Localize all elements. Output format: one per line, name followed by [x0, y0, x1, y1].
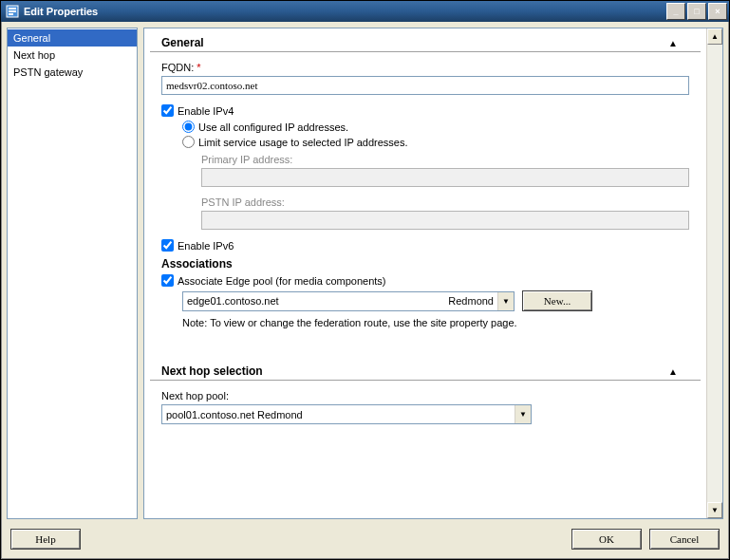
edit-properties-window: Edit Properties _ □ × General Next hop P… — [0, 0, 730, 560]
vertical-scrollbar[interactable]: ▲ ▼ — [706, 28, 722, 518]
enable-ipv6-checkbox[interactable] — [161, 239, 174, 252]
collapse-icon: ▲ — [668, 366, 678, 377]
enable-ipv4-checkbox[interactable] — [161, 104, 174, 117]
window-title: Edit Properties — [24, 6, 666, 17]
collapse-icon: ▲ — [668, 38, 678, 48]
svg-rect-1 — [9, 8, 16, 9]
titlebar: Edit Properties _ □ × — [1, 1, 729, 22]
nav-sidebar: General Next hop PSTN gateway — [7, 28, 138, 519]
svg-rect-2 — [9, 10, 16, 12]
help-button[interactable]: Help — [10, 529, 81, 550]
dialog-footer: Help OK Cancel — [7, 519, 723, 553]
chevron-down-icon[interactable]: ▼ — [497, 292, 514, 310]
nav-item-next-hop[interactable]: Next hop — [8, 47, 137, 64]
nav-item-pstn-gateway[interactable]: PSTN gateway — [8, 64, 137, 81]
svg-rect-3 — [9, 13, 13, 15]
radio-use-all-label: Use all configured IP addresses. — [198, 121, 348, 133]
close-button[interactable]: × — [708, 3, 727, 20]
new-edge-button[interactable]: New... — [522, 290, 592, 311]
scroll-up-icon[interactable]: ▲ — [707, 28, 722, 45]
pstn-ip-label: PSTN IP address: — [201, 196, 689, 208]
nav-item-general[interactable]: General — [8, 29, 137, 47]
enable-ipv6-label: Enable IPv6 — [178, 240, 234, 252]
cancel-button[interactable]: Cancel — [649, 529, 720, 550]
associations-header: Associations — [161, 257, 689, 271]
radio-use-all-ip[interactable] — [182, 121, 195, 133]
app-icon — [5, 4, 20, 19]
associate-edge-label: Associate Edge pool (for media component… — [178, 275, 386, 287]
edge-pool-host: edge01.contoso.net — [187, 295, 279, 307]
next-hop-pool-value: pool01.contoso.net Redmond — [166, 409, 303, 420]
next-hop-pool-label: Next hop pool: — [161, 390, 689, 401]
primary-ip-input — [201, 168, 689, 187]
section-title-general: General — [161, 36, 668, 49]
ok-button[interactable]: OK — [571, 529, 642, 550]
radio-limit-ip[interactable] — [182, 136, 195, 148]
edge-pool-combo[interactable]: edge01.contoso.net Redmond ▼ — [182, 291, 515, 311]
section-header-nexthop[interactable]: Next hop selection ▲ — [150, 357, 701, 381]
next-hop-pool-combo[interactable]: pool01.contoso.net Redmond ▼ — [161, 404, 532, 424]
edge-pool-site: Redmond — [448, 295, 494, 307]
radio-limit-label: Limit service usage to selected IP addre… — [198, 137, 408, 148]
chevron-down-icon[interactable]: ▼ — [515, 405, 531, 423]
primary-ip-label: Primary IP address: — [201, 154, 689, 165]
scroll-down-icon[interactable]: ▼ — [707, 502, 722, 518]
associate-edge-checkbox[interactable] — [161, 274, 174, 287]
maximize-button[interactable]: □ — [687, 3, 706, 20]
federation-note: Note: To view or change the federation r… — [182, 317, 689, 328]
fqdn-label: FQDN: * — [161, 62, 689, 73]
section-header-general[interactable]: General ▲ — [150, 28, 701, 52]
fqdn-input[interactable] — [161, 76, 689, 95]
enable-ipv4-label: Enable IPv4 — [178, 105, 234, 117]
content-pane: General ▲ FQDN: * Enable IPv4 — [143, 28, 723, 519]
minimize-button[interactable]: _ — [666, 3, 685, 20]
section-title-nexthop: Next hop selection — [161, 364, 668, 378]
pstn-ip-input — [201, 211, 689, 230]
